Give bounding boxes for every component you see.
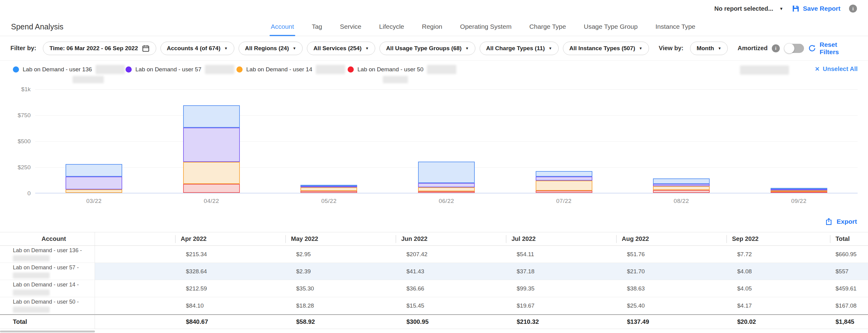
bar-segment: [536, 171, 592, 176]
tab-usage-type-group[interactable]: Usage Type Group: [583, 17, 639, 36]
caret-down-icon: ▼: [639, 46, 643, 51]
info-icon[interactable]: i: [772, 44, 780, 52]
column-header-may-2022: May 2022: [279, 232, 389, 245]
view-by-select[interactable]: Month ▼: [690, 42, 728, 55]
cell-value: $2.39: [279, 263, 389, 280]
total-cell-value: $210.32: [499, 315, 610, 329]
report-selector[interactable]: No report selected... ▼: [714, 5, 783, 12]
tab-operating-system[interactable]: Operating System: [459, 17, 513, 36]
legend-item-lab-on-demand-user-14[interactable]: Lab on Demand - user 14: [237, 65, 345, 74]
cell-value: $18.28: [279, 297, 389, 314]
bar-segment: [653, 184, 710, 186]
tab-charge-type[interactable]: Charge Type: [528, 17, 567, 36]
tab-tag[interactable]: Tag: [311, 17, 323, 36]
filter-pill-accounts-4-of-674-[interactable]: Accounts 4 (of 674)▼: [160, 42, 234, 55]
caret-down-icon: ▼: [465, 46, 469, 51]
stacked-bar-09-22[interactable]: [771, 188, 827, 193]
tab-instance-type[interactable]: Instance Type: [654, 17, 696, 36]
redacted-text: [427, 65, 456, 74]
info-icon[interactable]: i: [849, 5, 857, 12]
total-cell-value: $58.92: [279, 315, 389, 329]
refresh-icon: [808, 44, 816, 52]
stacked-bar-04-22[interactable]: [183, 105, 240, 193]
y-axis: $1k$750$500$2500: [6, 86, 31, 208]
redacted-text: [383, 76, 408, 83]
filter-pill-all-instance-types-507-[interactable]: All Instance Types (507)▼: [563, 42, 649, 55]
info-glyph: i: [852, 6, 854, 11]
amortized-toggle[interactable]: [785, 44, 804, 53]
bar-segment: [536, 191, 592, 193]
series-color-dot: [348, 66, 354, 72]
bar-segment: [418, 183, 475, 187]
stacked-bar-05-22[interactable]: [301, 185, 357, 193]
amortized-label: Amortized: [738, 45, 768, 52]
filter-pill-all-usage-type-groups-68-[interactable]: All Usage Type Groups (68)▼: [379, 42, 475, 55]
close-icon: ✕: [815, 66, 819, 72]
stacked-bar-08-22[interactable]: [653, 178, 710, 193]
redacted-text: [13, 290, 50, 296]
reset-filters-button[interactable]: Reset Filters: [808, 41, 858, 56]
stacked-bar-07-22[interactable]: [536, 171, 592, 193]
tab-account[interactable]: Account: [270, 17, 295, 36]
redacted-text: [72, 76, 104, 83]
spend-table: AccountApr 2022May 2022Jun 2022Jul 2022A…: [0, 232, 868, 329]
spend-chart: $1k$750$500$2500 03/2204/2205/2206/2207/…: [0, 86, 868, 208]
tab-lifecycle[interactable]: Lifecycle: [378, 17, 405, 36]
filter-pill-time[interactable]: Time: 06 Mar 2022 - 06 Sep 2022: [43, 42, 156, 55]
cell-value: $21.70: [610, 263, 720, 280]
table-row[interactable]: Lab on Demand - user 50 -$84.10$18.28$15…: [0, 297, 868, 314]
filter-pill-all-charge-types-11-[interactable]: All Charge Types (11)▼: [479, 42, 559, 55]
legend-item-lab-on-demand-user-50[interactable]: Lab on Demand - user 50: [348, 65, 456, 74]
legend-item-lab-on-demand-user-136[interactable]: Lab on Demand - user 136: [13, 65, 125, 74]
table-header-row: AccountApr 2022May 2022Jun 2022Jul 2022A…: [0, 232, 868, 246]
filter-pill-all-services-254-[interactable]: All Services (254)▼: [307, 42, 375, 55]
row-total: $660.95: [830, 246, 868, 263]
redacted-text: [740, 66, 789, 75]
report-selector-label: No report selected...: [714, 5, 773, 12]
filter-pill-all-regions-24-[interactable]: All Regions (24)▼: [239, 42, 303, 55]
calendar-icon: [142, 44, 150, 52]
x-axis-label: 05/22: [321, 198, 337, 204]
cell-value: $99.35: [499, 280, 610, 297]
bar-segment: [301, 191, 357, 193]
bar-segment: [183, 184, 240, 193]
horizontal-scrollbar[interactable]: [0, 331, 95, 332]
filter-by-label: Filter by:: [10, 45, 36, 52]
total-cell-value: $20.02: [720, 315, 830, 329]
column-header-total: Total: [830, 232, 868, 245]
cell-value: $54.11: [499, 246, 610, 263]
bar-segment: [653, 186, 710, 190]
bar-segment: [301, 187, 357, 191]
tab-region[interactable]: Region: [421, 17, 443, 36]
unselect-all-button[interactable]: ✕ Unselect All: [815, 66, 858, 72]
filter-pill-label: All Services (254): [313, 45, 362, 52]
row-spacer: [95, 246, 168, 263]
bar-segment: [183, 162, 240, 184]
table-row[interactable]: Lab on Demand - user 14 -$212.59$35.30$3…: [0, 280, 868, 297]
x-axis-label: 04/22: [204, 198, 219, 204]
reset-filters-label: Reset Filters: [819, 41, 858, 56]
tab-service[interactable]: Service: [339, 17, 363, 36]
total-cell-value: $300.95: [389, 315, 499, 329]
cell-value: $15.45: [389, 297, 499, 314]
cell-value: $84.10: [168, 297, 279, 314]
x-axis-label: 09/22: [791, 198, 806, 204]
cell-value: $212.59: [168, 280, 279, 297]
total-cell-value: $840.67: [168, 315, 279, 329]
cell-value: $35.30: [279, 280, 389, 297]
gridline: [35, 115, 858, 116]
cell-value: $4.17: [720, 297, 830, 314]
legend-item-lab-on-demand-user-57[interactable]: Lab on Demand - user 57: [126, 65, 234, 74]
toggle-knob: [784, 43, 795, 54]
stacked-bar-06-22[interactable]: [418, 162, 475, 193]
bar-segment: [183, 128, 240, 162]
table-row[interactable]: Lab on Demand - user 57 -$328.64$2.39$41…: [0, 263, 868, 280]
redacted-text: [13, 307, 50, 313]
column-header-aug-2022: Aug 2022: [610, 232, 720, 245]
legend-label: Lab on Demand - user 50: [358, 66, 423, 73]
stacked-bar-03-22[interactable]: [66, 164, 122, 193]
save-report-button[interactable]: Save Report: [792, 5, 840, 12]
cell-value: $36.66: [389, 280, 499, 297]
table-row[interactable]: Lab on Demand - user 136 -$215.34$2.95$2…: [0, 246, 868, 263]
export-button[interactable]: Export: [825, 215, 857, 228]
